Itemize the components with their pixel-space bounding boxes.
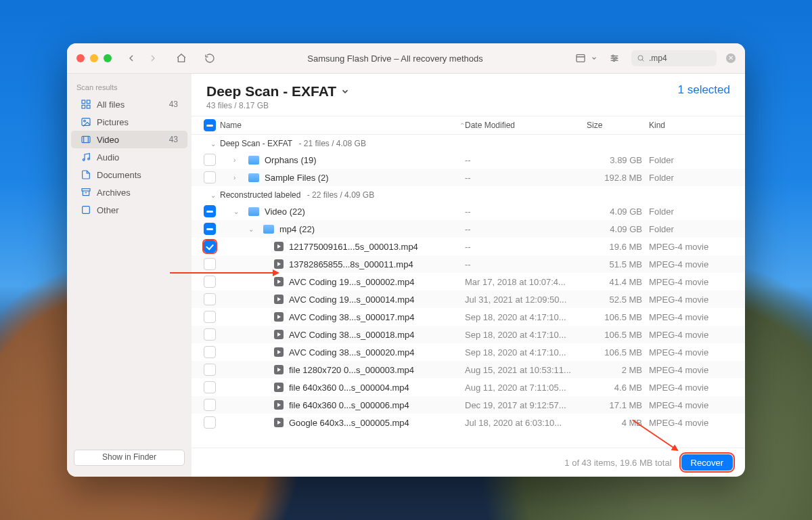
row-checkbox[interactable] [204, 258, 216, 270]
toolbar: Samsung Flash Drive – All recovery metho… [67, 43, 745, 74]
rescan-button[interactable] [202, 51, 217, 66]
svg-point-20 [88, 158, 90, 160]
archive-icon [81, 187, 91, 198]
other-icon [81, 204, 91, 215]
column-name[interactable]: Name⌃ [220, 121, 465, 130]
page-subtitle: 43 files / 8.17 GB [206, 101, 350, 110]
movie-icon [274, 330, 284, 339]
row-checkbox[interactable] [204, 276, 216, 288]
table-row[interactable]: ›Orphans (19) -- 3.89 GB Folder [191, 151, 745, 169]
annotation-arrow [170, 272, 278, 274]
clear-search-button[interactable]: ✕ [726, 53, 736, 63]
table-row[interactable]: Google 640x3...s_000005.mp4 Jul 18, 2020… [191, 414, 745, 431]
minimize-icon[interactable] [90, 54, 98, 62]
page-title[interactable]: Deep Scan - EXFAT [206, 83, 350, 100]
svg-point-6 [615, 58, 617, 60]
svg-point-15 [84, 120, 86, 122]
sidebar-section-title: Scan results [67, 81, 191, 95]
row-checkbox[interactable] [204, 416, 216, 429]
row-checkbox[interactable] [204, 240, 216, 253]
svg-point-19 [83, 159, 85, 161]
table-row[interactable]: AVC Coding 38...s_000018.mp4 Sep 18, 202… [191, 326, 745, 343]
forward-button[interactable] [145, 51, 160, 66]
movie-icon [274, 365, 284, 374]
selection-count: 1 selected [678, 83, 731, 97]
svg-point-8 [638, 56, 643, 60]
row-checkbox[interactable] [204, 328, 216, 341]
expand-icon[interactable]: › [233, 156, 240, 164]
row-checkbox[interactable] [204, 171, 216, 183]
sidebar-item-audio[interactable]: Audio [71, 148, 187, 166]
column-size[interactable]: Size [587, 121, 646, 130]
table-row[interactable]: ⌄mp4 (22) -- 4.09 GB Folder [191, 220, 745, 238]
show-in-finder-button[interactable]: Show in Finder [74, 450, 185, 466]
file-list[interactable]: ⌄Deep Scan - EXFAT - 21 files / 4.08 GB … [191, 135, 745, 448]
svg-rect-12 [82, 105, 85, 108]
row-checkbox[interactable] [204, 346, 216, 358]
chevron-down-icon [340, 87, 350, 96]
select-all-checkbox[interactable] [204, 119, 216, 131]
image-icon [81, 116, 91, 127]
recover-button[interactable]: Recover [681, 454, 733, 471]
footer: 1 of 43 items, 19.6 MB total Recover [191, 448, 745, 477]
filter-button[interactable] [607, 51, 622, 66]
app-window: Samsung Flash Drive – All recovery metho… [67, 43, 745, 477]
svg-rect-21 [82, 189, 90, 191]
table-row[interactable]: file 640x360 0...s_000006.mp4 Dec 19, 20… [191, 396, 745, 414]
audio-icon [81, 152, 91, 162]
table-row[interactable]: AVC Coding 38...s_000020.mp4 Sep 18, 202… [191, 343, 745, 361]
svg-rect-14 [82, 118, 90, 126]
table-row[interactable]: file 640x360 0...s_000004.mp4 Aug 11, 20… [191, 378, 745, 396]
folder-icon [248, 207, 259, 216]
row-checkbox[interactable] [204, 381, 216, 393]
sort-asc-icon: ⌃ [459, 122, 465, 129]
group-header[interactable]: ⌄Deep Scan - EXFAT - 21 files / 4.08 GB [191, 135, 745, 151]
expand-icon[interactable]: ⌄ [233, 208, 240, 215]
movie-icon [274, 400, 284, 410]
row-checkbox[interactable] [204, 364, 216, 376]
row-checkbox[interactable] [204, 205, 216, 217]
movie-icon [274, 295, 284, 304]
svg-rect-13 [87, 105, 90, 108]
row-checkbox[interactable] [204, 223, 216, 235]
column-kind[interactable]: Kind [646, 121, 737, 130]
maximize-icon[interactable] [104, 54, 112, 62]
sidebar: Scan results All files 43 Pictures Video… [67, 74, 191, 477]
search-input[interactable]: .mp4 [631, 50, 717, 66]
close-icon[interactable] [76, 54, 85, 62]
movie-icon [274, 383, 284, 392]
chevron-down-icon[interactable] [591, 55, 597, 62]
row-checkbox[interactable] [204, 399, 216, 411]
table-row[interactable]: ›Sample Files (2) -- 192.8 MB Folder [191, 169, 745, 186]
group-header[interactable]: ⌄Reconstructed labeled - 22 files / 4.09… [191, 186, 745, 202]
search-value: .mp4 [649, 53, 667, 63]
table-header: Name⌃ Date Modified Size Kind [191, 116, 745, 135]
back-button[interactable] [124, 51, 139, 66]
svg-rect-23 [83, 207, 90, 214]
row-checkbox[interactable] [204, 311, 216, 323]
sidebar-item-documents[interactable]: Documents [71, 166, 187, 183]
row-checkbox[interactable] [204, 293, 216, 305]
sidebar-item-video[interactable]: Video 43 [71, 131, 187, 148]
home-button[interactable] [174, 51, 189, 66]
expand-icon[interactable]: › [233, 174, 240, 181]
sidebar-item-other[interactable]: Other [71, 201, 187, 219]
movie-icon [274, 277, 284, 286]
view-options-button[interactable] [573, 51, 588, 66]
movie-icon [274, 418, 284, 427]
expand-icon[interactable]: ⌄ [248, 225, 255, 233]
table-row[interactable]: 121775009161...5s_000013.mp4 --19.6 MBMP… [191, 238, 745, 255]
row-checkbox[interactable] [204, 154, 216, 166]
column-date[interactable]: Date Modified [465, 121, 587, 130]
window-title: Samsung Flash Drive – All recovery metho… [224, 53, 566, 64]
svg-rect-0 [577, 55, 585, 62]
sidebar-item-all-files[interactable]: All files 43 [71, 95, 187, 113]
folder-icon [248, 156, 259, 165]
table-row[interactable]: ⌄Video (22) -- 4.09 GB Folder [191, 202, 745, 220]
table-row[interactable]: AVC Coding 19...s_000014.mp4 Jul 31, 202… [191, 290, 745, 308]
sidebar-item-archives[interactable]: Archives [71, 183, 187, 201]
table-row[interactable]: file 1280x720 0...s_000003.mp4 Aug 15, 2… [191, 361, 745, 378]
sidebar-item-pictures[interactable]: Pictures [71, 113, 187, 131]
table-row[interactable]: AVC Coding 38...s_000017.mp4 Sep 18, 202… [191, 308, 745, 326]
svg-point-5 [612, 55, 614, 57]
